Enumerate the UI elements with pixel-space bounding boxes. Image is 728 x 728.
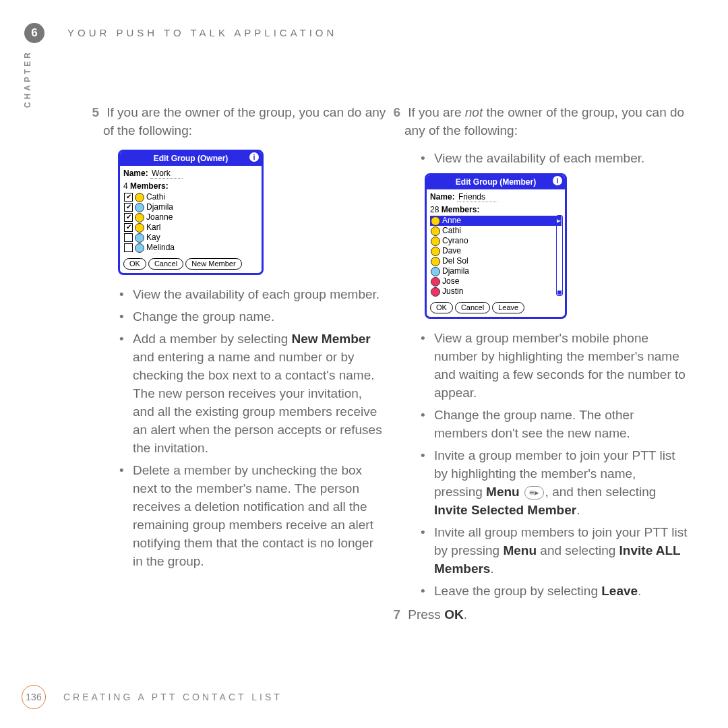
name-label: Name: [430,192,455,202]
list-item: Cyrano [430,236,562,246]
scrollbar-icon [556,215,563,296]
right-column: 6 If you are not the owner of the group,… [404,104,688,624]
bullet-item: Invite all group members to join your PT… [434,524,688,578]
list-item: Melinda [123,243,258,253]
chapter-side-label: CHAPTER [23,50,32,108]
new-member-button: New Member [185,258,241,270]
status-available-icon [135,223,144,233]
cancel-button: Cancel [148,258,183,270]
bullet-item: Change the group name. [133,308,386,326]
status-dnd-icon [431,287,440,297]
edit-group-owner-screenshot: Edit Group (Owner) i Name: Work 4 Member… [118,150,264,275]
chapter-title: YOUR PUSH TO TALK APPLICATION [67,27,337,38]
member-bullets: View the availability of each member. [404,150,688,168]
member-list: ✔Cathi ✔Djamila ✔Joanne ✔Karl Kay Melind… [123,192,258,253]
status-available-icon [431,226,440,236]
info-icon: i [249,152,259,162]
list-item: Djamila [430,266,562,276]
step-number: 7 [386,606,400,624]
status-available-icon [135,213,144,222]
checkbox-checked-icon: ✔ [124,203,133,212]
bullet-item: Invite a group member to join your PTT l… [434,447,688,520]
info-icon: i [553,176,562,185]
member-bullets-2: View a group member's mobile phone numbe… [404,330,688,601]
bullet-item: Delete a member by unchecking the box ne… [133,462,386,571]
left-column: 5 If you are the owner of the group, you… [103,104,386,576]
bullet-item: View a group member's mobile phone numbe… [434,330,688,402]
member-list: Anne Cathi Cyrano Dave Del Sol Djamila J… [430,216,562,297]
edit-group-member-screenshot: Edit Group (Member) i Name: Friends 28 M… [425,173,567,319]
palm-title: Edit Group (Owner) i [120,152,262,166]
step-number: 6 [386,104,400,122]
status-unavailable-icon [135,233,144,243]
list-item: Kay [123,233,258,243]
menu-key-icon: ≡▸ [524,486,544,499]
checkbox-unchecked-icon [124,243,133,252]
name-label: Name: [123,169,148,178]
checkbox-checked-icon: ✔ [124,213,133,222]
step-5-intro: 5 If you are the owner of the group, you… [103,104,386,140]
list-item: ✔Joanne [123,212,258,222]
bullet-item: View the availability of each member. [434,150,688,168]
list-item: Dave [430,246,562,256]
page-number: 136 [22,685,46,709]
status-unavailable-icon [135,203,144,212]
bullet-item: Add a member by selecting New Member and… [133,330,386,458]
list-item-selected: Anne [430,216,562,226]
list-item: Jose [430,276,562,286]
status-available-icon [431,237,440,246]
status-available-icon [431,247,440,256]
step-6-intro: 6 If you are not the owner of the group,… [404,104,688,140]
checkbox-checked-icon: ✔ [124,193,133,202]
leave-button: Leave [492,302,524,313]
list-item: Del Sol [430,256,562,266]
members-label: 4 Members: [123,181,258,192]
step-number: 5 [84,104,99,122]
palm-title: Edit Group (Member) i [427,175,565,189]
checkbox-checked-icon: ✔ [124,223,133,232]
group-name-value: Work [150,169,183,179]
status-dnd-icon [431,277,440,286]
status-available-icon [431,257,440,266]
list-item: Justin [430,286,562,297]
list-item: Cathi [430,226,562,236]
group-name-value: Friends [457,192,497,202]
bullet-item: View the availability of each group memb… [133,286,386,304]
bullet-item: Change the group name. The other members… [434,406,688,443]
ok-button: OK [123,258,146,270]
status-available-icon [135,193,144,202]
members-label: 28 Members: [430,204,562,216]
step-7: 7 Press OK. [404,606,688,624]
owner-bullets: View the availability of each group memb… [103,286,386,571]
status-unavailable-icon [431,267,440,276]
step-5-text: If you are the owner of the group, you c… [103,105,386,138]
checkbox-unchecked-icon [124,233,133,242]
list-item: ✔Cathi [123,192,258,202]
list-item: ✔Karl [123,222,258,233]
bullet-item: Leave the group by selecting Leave. [434,582,688,601]
footer-section-title: CREATING A PTT CONTACT LIST [63,692,282,702]
list-item: ✔Djamila [123,202,258,212]
chapter-number-badge: 6 [24,23,44,43]
cancel-button: Cancel [455,302,490,313]
status-unavailable-icon [135,243,144,253]
ok-button: OK [430,302,453,313]
status-available-icon [431,216,440,226]
